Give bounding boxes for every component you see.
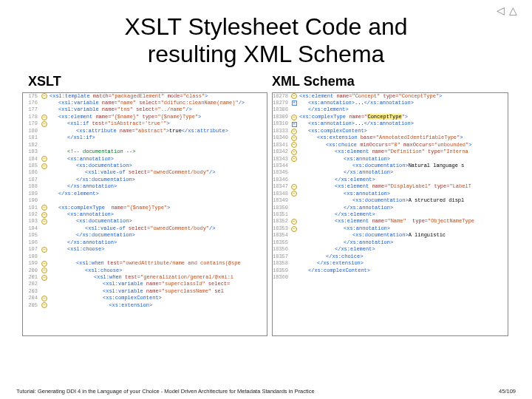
code-content: <!-- documentation --> bbox=[50, 149, 135, 155]
fold-gutter[interactable]: − bbox=[39, 211, 50, 218]
fold-gutter[interactable]: − bbox=[289, 114, 299, 120]
line-number: 18347 bbox=[273, 183, 289, 190]
xml-line: 18349<xs:documentation>A structured disp… bbox=[273, 197, 508, 204]
fold-gutter[interactable]: − bbox=[39, 302, 50, 309]
code-content: </xs:element> bbox=[299, 106, 349, 113]
line-number: 195 bbox=[23, 232, 39, 239]
fold-minus-icon[interactable]: − bbox=[291, 142, 297, 148]
token-cm: <!-- documentation --> bbox=[67, 149, 135, 154]
fold-gutter[interactable]: + bbox=[289, 100, 299, 106]
fold-minus-icon[interactable]: − bbox=[41, 219, 47, 225]
fold-gutter[interactable]: − bbox=[289, 149, 299, 155]
code-content: <xs:element name="{$name}" type="{$name}… bbox=[50, 114, 201, 120]
token-val: "../name" bbox=[157, 106, 185, 112]
fold-minus-icon[interactable]: − bbox=[41, 261, 47, 267]
token-val: "superclassName" bbox=[162, 288, 214, 294]
fold-gutter[interactable]: − bbox=[289, 156, 299, 163]
fold-minus-icon[interactable]: − bbox=[291, 156, 297, 162]
fold-minus-icon[interactable]: − bbox=[41, 296, 47, 301]
fold-gutter[interactable]: − bbox=[39, 114, 50, 120]
line-number: 18359 bbox=[273, 267, 289, 274]
xml-line: 18342−<xs:element name="Definition" type… bbox=[273, 149, 508, 155]
fold-minus-icon[interactable]: − bbox=[41, 115, 47, 120]
line-number: 205 bbox=[23, 302, 39, 309]
fold-minus-icon[interactable]: − bbox=[291, 93, 297, 99]
token-tag: </xs:choice> bbox=[326, 253, 363, 259]
code-content: <xs:complexContent> bbox=[299, 128, 367, 134]
fold-minus-icon[interactable]: − bbox=[41, 93, 47, 99]
fold-gutter[interactable]: − bbox=[39, 156, 50, 163]
xslt-line: 194<xsl:value-of select="ownedComment/bo… bbox=[23, 225, 267, 232]
fold-gutter[interactable]: − bbox=[289, 218, 299, 225]
xml-line: 18351</xs:element> bbox=[273, 211, 508, 218]
token-txt: true bbox=[169, 128, 182, 134]
title-line-1: XSLT Stylesheet Code and bbox=[124, 13, 407, 40]
fold-gutter[interactable]: − bbox=[289, 93, 299, 100]
fold-gutter[interactable]: − bbox=[39, 246, 50, 253]
fold-minus-icon[interactable]: − bbox=[41, 247, 47, 253]
token-attr: name= bbox=[336, 93, 352, 99]
line-number: 18310 bbox=[273, 120, 289, 127]
fold-minus-icon[interactable]: − bbox=[41, 275, 47, 281]
line-number: 18345 bbox=[273, 169, 289, 176]
fold-gutter[interactable]: − bbox=[39, 93, 50, 100]
nav-up-icon[interactable]: △ bbox=[509, 4, 517, 16]
fold-minus-icon[interactable]: − bbox=[291, 226, 297, 232]
token-val: "ddifunc:cleanName(name)" bbox=[161, 100, 239, 106]
fold-minus-icon[interactable]: − bbox=[41, 205, 47, 211]
fold-gutter[interactable]: − bbox=[39, 295, 50, 301]
xml-line: 18345</xs:annotation> bbox=[273, 169, 508, 176]
nav-back-icon[interactable]: ◁ bbox=[497, 4, 505, 16]
xslt-line: 179−<xsl:if test="isAbstract='true'"> bbox=[23, 120, 267, 127]
fold-minus-icon[interactable]: − bbox=[291, 115, 297, 120]
token-tag: /> bbox=[239, 100, 245, 106]
fold-minus-icon[interactable]: − bbox=[291, 149, 297, 155]
line-number: 189 bbox=[23, 191, 39, 197]
fold-gutter[interactable]: − bbox=[289, 142, 299, 149]
line-number: 180 bbox=[23, 128, 39, 134]
fold-gutter[interactable]: − bbox=[39, 267, 50, 274]
fold-minus-icon[interactable]: − bbox=[41, 212, 47, 218]
fold-plus-icon[interactable]: + bbox=[292, 100, 297, 106]
fold-plus-icon[interactable]: + bbox=[292, 122, 297, 127]
fold-gutter[interactable]: − bbox=[289, 128, 299, 134]
fold-gutter[interactable]: − bbox=[39, 218, 50, 225]
fold-gutter[interactable]: − bbox=[39, 163, 50, 169]
token-tag: <xs:documentation> bbox=[352, 232, 409, 238]
code-content: <xsl:choose> bbox=[50, 267, 122, 274]
fold-gutter bbox=[39, 169, 50, 176]
xml-line: 18352−<xs:element name="Name" type="Obje… bbox=[273, 218, 508, 225]
token-val: "Name" bbox=[387, 218, 412, 224]
token-tag: <xs:element bbox=[58, 114, 95, 120]
fold-minus-icon[interactable]: − bbox=[291, 219, 297, 225]
fold-minus-icon[interactable]: − bbox=[291, 135, 297, 141]
fold-gutter[interactable]: − bbox=[289, 191, 299, 197]
fold-gutter bbox=[289, 163, 299, 169]
fold-minus-icon[interactable]: − bbox=[41, 302, 47, 308]
fold-minus-icon[interactable]: − bbox=[41, 267, 47, 273]
code-content: <xs:documentation> bbox=[50, 218, 132, 225]
code-content: </xs:element> bbox=[299, 177, 375, 183]
fold-minus-icon[interactable]: − bbox=[291, 184, 297, 190]
token-attr: name= bbox=[349, 114, 364, 120]
token-val: "superclassId" bbox=[162, 281, 208, 287]
xslt-line: 196</xs:annotation> bbox=[23, 239, 267, 246]
code-content: <xsl:variable name="superclassName" sel bbox=[50, 288, 224, 295]
fold-gutter[interactable]: − bbox=[39, 260, 50, 267]
token-val: "ObjectNameType bbox=[428, 218, 474, 224]
fold-minus-icon[interactable]: − bbox=[41, 156, 47, 162]
fold-minus-icon[interactable]: − bbox=[291, 191, 297, 197]
token-val: "{$name}" bbox=[111, 114, 142, 120]
fold-minus-icon[interactable]: − bbox=[41, 163, 47, 169]
fold-minus-icon[interactable]: − bbox=[41, 121, 47, 127]
fold-gutter[interactable]: − bbox=[289, 183, 299, 190]
fold-gutter[interactable]: + bbox=[289, 120, 299, 127]
fold-gutter[interactable]: − bbox=[39, 274, 50, 281]
token-tag: </xs:documentation> bbox=[76, 177, 135, 183]
fold-gutter[interactable]: − bbox=[289, 134, 299, 141]
fold-gutter[interactable]: − bbox=[39, 205, 50, 211]
fold-minus-icon[interactable]: − bbox=[291, 129, 297, 134]
fold-gutter[interactable]: − bbox=[39, 120, 50, 127]
line-number: 193 bbox=[23, 218, 39, 225]
fold-gutter[interactable]: − bbox=[289, 225, 299, 232]
